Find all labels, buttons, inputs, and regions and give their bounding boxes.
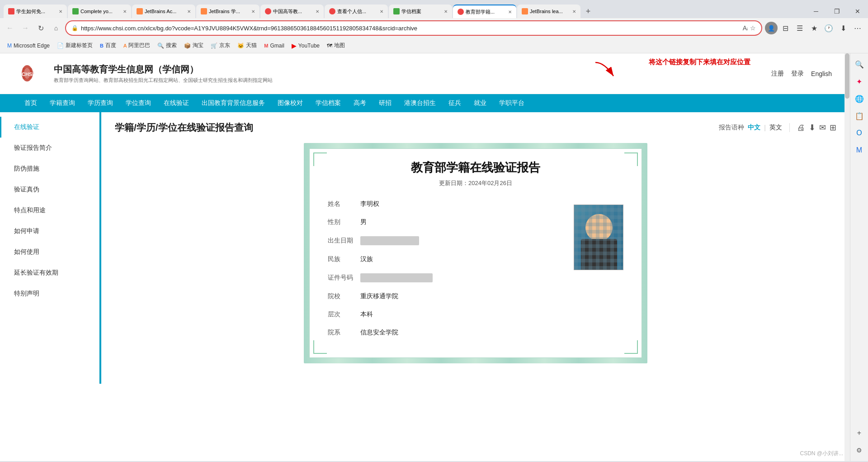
tab-7-title: 学信档案 bbox=[401, 8, 442, 15]
sidebar-settings-icon[interactable]: ⚙ bbox=[852, 443, 867, 457]
sidebar-outlook-icon[interactable]: O bbox=[852, 126, 867, 140]
chsi-header-actions: 注册 登录 English bbox=[771, 70, 832, 78]
login-link[interactable]: 登录 bbox=[791, 70, 804, 78]
tab-7[interactable]: 学信档案 ✕ bbox=[389, 5, 452, 18]
tab-1-title: 学生如何免... bbox=[16, 8, 57, 15]
email-icon[interactable]: ✉ bbox=[819, 123, 826, 133]
bookmark-gmail[interactable]: M Gmail bbox=[260, 41, 288, 50]
report-outer-container: 教育部学籍在线验证报告 更新日期：2024年02月26日 姓名 bbox=[304, 143, 647, 363]
sidebar-item-extend[interactable]: 延长验证有效期 bbox=[0, 262, 99, 283]
scrollbar-track[interactable] bbox=[844, 53, 850, 461]
sidebar-collections-icon[interactable]: 📋 bbox=[852, 109, 867, 123]
tab-9[interactable]: JetBrains lea... ✕ bbox=[517, 5, 580, 18]
favorites-button[interactable]: ★ bbox=[807, 21, 821, 35]
bookmark-tianmao[interactable]: 🐱 天猫 bbox=[234, 40, 260, 51]
report-update-date: 更新日期：2024年02月26日 bbox=[328, 179, 623, 187]
bookmark-baidu[interactable]: B 百度 bbox=[96, 40, 120, 51]
read-aloud-icon[interactable]: Aᵢ bbox=[743, 24, 748, 32]
profile-icon[interactable]: 👤 bbox=[765, 22, 778, 34]
lang-en-button[interactable]: 英文 bbox=[769, 124, 782, 132]
tab-3[interactable]: JetBrains Ac... ✕ bbox=[132, 5, 195, 18]
sidebar-item-verify-auth[interactable]: 验证真伪 bbox=[0, 179, 99, 200]
nav-xuewei[interactable]: 学位查询 bbox=[119, 94, 157, 112]
sidebar-item-report-intro[interactable]: 验证报告简介 bbox=[0, 138, 99, 158]
tab-2[interactable]: Complete yo... ✕ bbox=[68, 5, 131, 18]
language-controls: 报告语种 中文 | 英文 🖨 ⬇ ✉ ⊞ bbox=[719, 123, 836, 133]
tab-8-close[interactable]: ✕ bbox=[508, 10, 512, 14]
bookmark-alibaba[interactable]: A 阿里巴巴 bbox=[120, 40, 154, 51]
tab-9-close[interactable]: ✕ bbox=[572, 9, 576, 14]
download-icon[interactable]: ⬇ bbox=[809, 123, 816, 133]
nav-zhengbing[interactable]: 征兵 bbox=[442, 94, 467, 112]
tab-4-close[interactable]: ✕ bbox=[251, 9, 255, 14]
nav-dangan[interactable]: 学信档案 bbox=[309, 94, 347, 112]
print-icon[interactable]: 🖨 bbox=[797, 123, 805, 133]
bookmark-youtube[interactable]: ▶ YouTube bbox=[288, 41, 323, 51]
reload-button[interactable]: ↻ bbox=[34, 22, 47, 34]
downloads-button[interactable]: ⬇ bbox=[836, 21, 850, 35]
qrcode-icon[interactable]: ⊞ bbox=[830, 123, 836, 133]
chsi-main-content: 学籍/学历/学位在线验证报告查询 报告语种 中文 | 英文 🖨 ⬇ ✉ ⊞ bbox=[101, 112, 850, 384]
sidebar-favorites-icon[interactable]: 🌐 bbox=[852, 91, 867, 106]
nav-xuezhi[interactable]: 学职平台 bbox=[493, 94, 531, 112]
nav-tuxiang[interactable]: 图像校对 bbox=[271, 94, 309, 112]
bookmark-map[interactable]: 🗺 地图 bbox=[323, 40, 349, 51]
nav-yanzhao[interactable]: 研招 bbox=[373, 94, 398, 112]
sidebar-edge-icon[interactable]: M bbox=[852, 143, 867, 157]
bookmark-taobao[interactable]: 📦 淘宝 bbox=[180, 40, 207, 51]
close-button[interactable]: ✕ bbox=[847, 5, 868, 18]
home-button[interactable]: ⌂ bbox=[50, 22, 62, 34]
restore-button[interactable]: ❐ bbox=[826, 5, 847, 18]
field-ethnicity-label: 民族 bbox=[328, 255, 360, 263]
tab-5-close[interactable]: ✕ bbox=[316, 9, 319, 14]
scrollbar-thumb[interactable] bbox=[845, 53, 849, 99]
new-tab-button[interactable]: + bbox=[581, 5, 595, 18]
sidebar-search-icon[interactable]: 🔍 bbox=[852, 57, 867, 71]
back-button[interactable]: ← bbox=[4, 22, 16, 34]
nav-zaixian[interactable]: 在线验证 bbox=[157, 94, 195, 112]
nav-xueji[interactable]: 学籍查询 bbox=[43, 94, 81, 112]
sidebar-toggle-button[interactable]: ⊟ bbox=[778, 21, 792, 35]
tab-6[interactable]: 查看个人信... ✕ bbox=[325, 5, 388, 18]
sidebar-item-online-verify[interactable]: 在线验证 bbox=[0, 117, 99, 138]
chsi-logo-icon: CHSI bbox=[18, 59, 47, 88]
nav-gaokao[interactable]: 高考 bbox=[347, 94, 373, 112]
tab-6-close[interactable]: ✕ bbox=[380, 9, 383, 14]
address-bar[interactable]: 🔒 https://www.chsi.com.cn/xlcx/bg.do?vco… bbox=[65, 20, 762, 36]
tab-3-close[interactable]: ✕ bbox=[187, 9, 191, 14]
tab-4[interactable]: JetBrains 学... ✕ bbox=[196, 5, 259, 18]
tab-5[interactable]: 中国高等教... ✕ bbox=[260, 5, 324, 18]
browser-history-button[interactable]: 🕐 bbox=[822, 21, 835, 35]
nav-jiuye[interactable]: 就业 bbox=[467, 94, 493, 112]
tab-7-close[interactable]: ✕ bbox=[444, 9, 448, 14]
sidebar-item-features[interactable]: 特点和用途 bbox=[0, 200, 99, 221]
tab-6-favicon bbox=[329, 8, 335, 14]
register-link[interactable]: 注册 bbox=[771, 70, 784, 78]
sidebar-item-statement[interactable]: 特别声明 bbox=[0, 283, 99, 304]
english-link[interactable]: English bbox=[811, 70, 832, 77]
nav-xueli[interactable]: 学历查询 bbox=[81, 94, 119, 112]
sidebar-item-how-apply[interactable]: 如何申请 bbox=[0, 221, 99, 242]
field-idcard: 证件号码 bbox=[328, 273, 565, 282]
browser-settings-button[interactable]: ⋯ bbox=[851, 21, 864, 35]
sidebar-add-button[interactable]: + bbox=[852, 426, 867, 440]
tab-1-close[interactable]: ✕ bbox=[59, 9, 62, 14]
bookmark-jd[interactable]: 🛒 京东 bbox=[207, 40, 234, 51]
forward-button[interactable]: → bbox=[19, 22, 32, 34]
minimize-button[interactable]: ─ bbox=[806, 5, 826, 18]
nav-gangao[interactable]: 港澳台招生 bbox=[398, 94, 442, 112]
sidebar-copilot-icon[interactable]: ✦ bbox=[852, 74, 867, 89]
favorite-icon[interactable]: ☆ bbox=[750, 24, 756, 32]
tab-1[interactable]: 学生如何免... ✕ bbox=[4, 5, 67, 18]
tab-2-close[interactable]: ✕ bbox=[123, 9, 127, 14]
nav-chuguo[interactable]: 出国教育背景信息服务 bbox=[195, 94, 271, 112]
lang-zh-button[interactable]: 中文 bbox=[748, 124, 760, 132]
collections-button[interactable]: ☰ bbox=[793, 21, 807, 35]
bookmark-search[interactable]: 🔍 搜索 bbox=[154, 40, 180, 51]
bookmark-newtab[interactable]: 📄 新建标签页 bbox=[53, 40, 96, 51]
sidebar-item-how-use[interactable]: 如何使用 bbox=[0, 242, 99, 262]
nav-home[interactable]: 首页 bbox=[18, 94, 43, 112]
sidebar-item-anti-fake[interactable]: 防伪措施 bbox=[0, 158, 99, 179]
tab-8[interactable]: 教育部学籍... ✕ bbox=[453, 5, 516, 18]
bookmark-edge[interactable]: M Microsoft Edge bbox=[4, 41, 53, 50]
